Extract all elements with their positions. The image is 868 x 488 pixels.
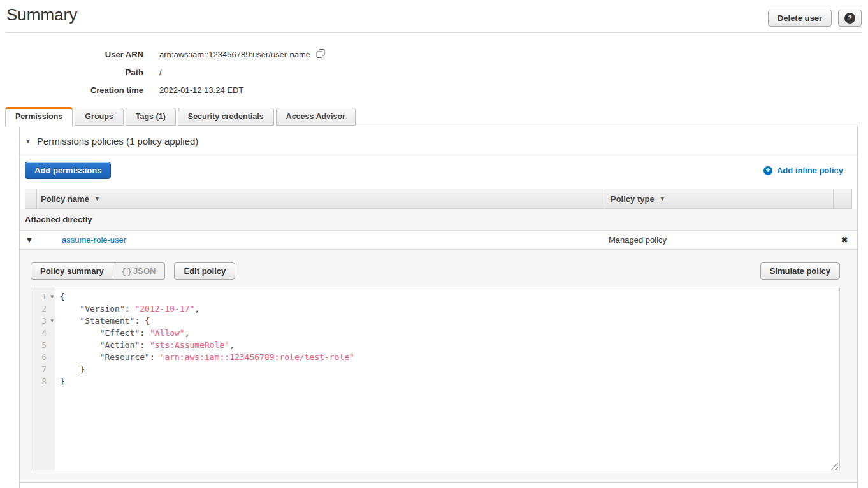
user-arn-value: arn:aws:iam::123456789:user/user-name xyxy=(159,50,310,59)
simulate-policy-button[interactable]: Simulate policy xyxy=(760,262,840,280)
code-line: "Effect": "Allow", xyxy=(60,327,839,339)
meta-row-user-arn: User ARN arn:aws:iam::123456789:user/use… xyxy=(0,45,868,63)
permissions-policies-section-toggle[interactable]: ▼ Permissions policies (1 policy applied… xyxy=(20,126,857,154)
line-number: 1▼ xyxy=(31,291,55,303)
fold-caret-icon[interactable]: ▼ xyxy=(50,291,54,303)
page-header: Summary Delete user ? xyxy=(0,0,868,27)
path-value: / xyxy=(159,68,162,77)
copy-icon[interactable] xyxy=(316,49,325,60)
policy-type-value: Managed policy xyxy=(602,235,832,245)
attached-directly-group-row: Attached directly xyxy=(20,209,857,231)
fold-caret-icon[interactable]: ▼ xyxy=(50,315,54,327)
code-line: "Resource": "arn:aws:iam::123456789:role… xyxy=(60,351,839,363)
policy-detail-toolbar: Policy summary { } JSON Edit policy Simu… xyxy=(31,262,840,280)
edit-policy-button[interactable]: Edit policy xyxy=(174,262,235,280)
detach-column-header xyxy=(833,189,851,208)
permissions-panel: ▼ Permissions policies (1 policy applied… xyxy=(19,126,858,488)
code-line: } xyxy=(60,363,839,375)
section-caret-icon: ▼ xyxy=(25,138,31,145)
line-number: 6 xyxy=(31,351,55,363)
line-number: 2 xyxy=(31,303,55,315)
add-inline-policy-link[interactable]: + Add inline policy xyxy=(763,166,843,175)
tab-access-advisor[interactable]: Access Advisor xyxy=(276,108,356,126)
line-number: 8 xyxy=(31,375,55,387)
help-icon: ? xyxy=(844,13,855,24)
page-title: Summary xyxy=(6,5,77,25)
creation-time-label: Creation time xyxy=(0,85,159,95)
meta-row-path: Path / xyxy=(0,63,868,81)
detach-policy-icon[interactable]: ✖ xyxy=(832,235,857,245)
policy-summary-button[interactable]: Policy summary xyxy=(31,262,113,280)
editor-gutter: 1▼23▼45678 xyxy=(31,287,55,471)
line-number: 5 xyxy=(31,339,55,351)
header-actions: Delete user ? xyxy=(768,10,862,27)
code-line: } xyxy=(60,375,839,387)
tab-bar: Permissions Groups Tags (1) Security cre… xyxy=(0,107,868,126)
code-line: { xyxy=(60,291,839,303)
editor-code[interactable]: { "Version": "2012-10-17", "Statement": … xyxy=(55,287,839,471)
user-meta: User ARN arn:aws:iam::123456789:user/use… xyxy=(0,45,868,99)
user-arn-label: User ARN xyxy=(0,50,159,59)
code-line: "Version": "2012-10-17", xyxy=(60,303,839,315)
tab-permissions[interactable]: Permissions xyxy=(5,107,73,127)
policy-type-column-header[interactable]: Policy type ▼ xyxy=(604,189,833,208)
policy-table-header: Policy name ▼ Policy type ▼ xyxy=(25,189,852,209)
row-expander-caret-icon[interactable]: ▼ xyxy=(20,235,39,245)
expander-column-header xyxy=(25,189,37,208)
code-line: "Action": "sts:AssumeRole", xyxy=(60,339,839,351)
tab-security-credentials[interactable]: Security credentials xyxy=(178,108,274,126)
header-divider xyxy=(6,32,862,33)
meta-row-creation-time: Creation time 2022-01-12 13:24 EDT xyxy=(0,81,868,99)
add-permissions-button[interactable]: Add permissions xyxy=(25,162,111,179)
delete-user-button[interactable]: Delete user xyxy=(768,10,832,27)
json-policy-editor[interactable]: 1▼23▼45678 { "Version": "2012-10-17", "S… xyxy=(31,287,840,471)
line-number: 4 xyxy=(31,327,55,339)
line-number: 7 xyxy=(31,363,55,375)
creation-time-value: 2022-01-12 13:24 EDT xyxy=(159,85,243,95)
line-number: 3▼ xyxy=(31,315,55,327)
permissions-toolbar: Add permissions + Add inline policy xyxy=(20,154,857,186)
path-label: Path xyxy=(0,68,159,77)
help-button[interactable]: ? xyxy=(838,10,862,27)
plus-circle-icon: + xyxy=(763,166,772,175)
policy-detail-area: Policy summary { } JSON Edit policy Simu… xyxy=(20,250,857,483)
policy-name-column-header[interactable]: Policy name ▼ xyxy=(37,189,604,208)
section-title: Permissions policies (1 policy applied) xyxy=(37,136,198,147)
tab-groups[interactable]: Groups xyxy=(75,108,123,126)
code-line: "Statement": { xyxy=(60,315,839,327)
sort-caret-icon: ▼ xyxy=(94,196,100,202)
policy-table-row: ▼ assume-role-user Managed policy ✖ xyxy=(20,231,857,250)
json-view-button[interactable]: { } JSON xyxy=(113,262,166,280)
policy-name-link[interactable]: assume-role-user xyxy=(62,235,126,245)
sort-caret-icon: ▼ xyxy=(660,196,665,202)
tab-tags[interactable]: Tags (1) xyxy=(126,108,176,126)
